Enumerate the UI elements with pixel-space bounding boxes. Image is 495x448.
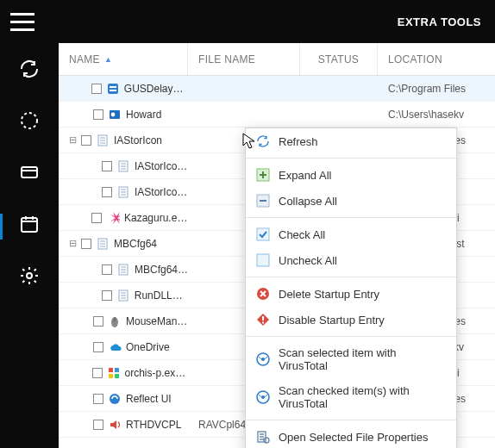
- col-file[interactable]: FILE NAME: [188, 43, 300, 75]
- svg-rect-4: [108, 84, 118, 94]
- item-name-label: RunDLL3…: [135, 289, 188, 302]
- ctx-refresh-label: Refresh: [279, 135, 318, 148]
- row-checkbox[interactable]: [102, 187, 112, 197]
- item-name-label: GUSDelaySt…: [124, 83, 188, 95]
- ctx-virustotal-checked[interactable]: Scan checked item(s) with VirusTotal: [246, 378, 456, 416]
- item-name-label: MouseMan…: [126, 315, 187, 327]
- svg-rect-5: [110, 86, 116, 88]
- col-status-label: STATUS: [318, 53, 359, 65]
- dashed-cycle-icon[interactable]: [19, 110, 40, 131]
- cell-name: Reflect UI: [59, 392, 188, 406]
- doc-icon: [96, 134, 110, 147]
- ctx-check-all[interactable]: Check All: [246, 221, 456, 247]
- row-checkbox[interactable]: [93, 420, 103, 430]
- svg-point-8: [111, 112, 116, 116]
- row-checkbox[interactable]: [81, 239, 91, 249]
- ctx-refresh[interactable]: Refresh: [246, 128, 456, 154]
- row-checkbox[interactable]: [81, 135, 91, 146]
- doc-icon: [96, 237, 110, 251]
- cell-location: C:\Users\hasekv: [378, 109, 495, 121]
- svg-rect-25: [257, 254, 269, 266]
- table-row[interactable]: GUSDelaySt…C:\Program Files: [59, 76, 495, 102]
- doc-icon: [116, 263, 130, 277]
- cell-name: IAStorIco…: [59, 185, 188, 199]
- table-row[interactable]: HowardC:\Users\hasekv: [59, 102, 495, 128]
- ctx-virustotal-selected[interactable]: Scan selected item with VirusTotal: [246, 340, 456, 378]
- row-checkbox[interactable]: [93, 342, 103, 352]
- svg-rect-1: [22, 167, 37, 177]
- row-checkbox[interactable]: [93, 316, 103, 327]
- tree-toggle-icon[interactable]: ⊟: [68, 238, 77, 249]
- virustotal-icon: [256, 390, 270, 404]
- ctx-separator: [246, 158, 456, 159]
- column-header-row: NAME ▲ FILE NAME STATUS LOCATION: [59, 43, 495, 76]
- cell-name: ⊟IAStorIcon: [59, 134, 188, 147]
- row-checkbox[interactable]: [102, 290, 112, 301]
- ctx-file-properties[interactable]: Open Selected File Properties: [246, 424, 456, 448]
- col-name[interactable]: NAME ▲: [59, 43, 188, 75]
- top-bar: EXTRA TOOLS: [0, 0, 495, 43]
- ctx-vtchk-label: Scan checked item(s) with VirusTotal: [279, 384, 446, 410]
- menu-hamburger-icon[interactable]: [10, 6, 41, 37]
- svg-point-21: [110, 394, 120, 404]
- svg-point-3: [27, 273, 32, 278]
- ctx-separator: [246, 217, 456, 218]
- page-title: EXTRA TOOLS: [398, 16, 481, 28]
- ctx-delete-entry[interactable]: Delete Startup Entry: [246, 281, 456, 307]
- row-checkbox[interactable]: [102, 264, 112, 275]
- ctx-collapse-label: Collapse All: [279, 195, 337, 208]
- item-name-label: Reflect UI: [126, 393, 172, 405]
- sidebar: [0, 43, 59, 448]
- svg-point-31: [261, 358, 265, 361]
- reflect-icon: [108, 392, 122, 406]
- tree-toggle-icon[interactable]: ⊟: [68, 134, 77, 146]
- svg-rect-20: [115, 374, 119, 378]
- outlook-icon: [108, 108, 122, 121]
- delete-icon: [256, 287, 270, 301]
- ctx-collapse-all[interactable]: Collapse All: [246, 188, 456, 214]
- cell-location: C:\Program Files: [378, 83, 495, 95]
- uncheck-icon: [256, 253, 270, 267]
- item-name-label: MBCfg64…: [135, 264, 188, 276]
- row-checkbox[interactable]: [93, 394, 103, 404]
- cell-name: orchis-p.exe…: [59, 366, 188, 380]
- cell-name: RTHDVCPL: [59, 418, 188, 432]
- row-checkbox[interactable]: [102, 161, 112, 171]
- disable-icon: [256, 313, 270, 327]
- svg-rect-17: [109, 368, 113, 372]
- ctx-disable-entry[interactable]: Disable Startup Entry: [246, 307, 456, 333]
- svg-rect-2: [22, 218, 37, 232]
- cell-name: ⊟MBCfg64: [59, 237, 188, 251]
- refresh-icon: [256, 134, 270, 148]
- cell-name: IAStorIco…: [59, 159, 188, 173]
- startup-list-icon[interactable]: [19, 162, 40, 183]
- ctx-expand-all[interactable]: Expand All: [246, 162, 456, 188]
- doc-icon: [116, 185, 130, 199]
- row-checkbox[interactable]: [91, 84, 102, 94]
- col-status[interactable]: STATUS: [300, 43, 378, 75]
- sidebar-selection-indicator: [0, 214, 3, 240]
- cell-name: MBCfg64…: [59, 263, 188, 277]
- collapse-icon: [256, 194, 270, 208]
- svg-rect-16: [115, 317, 116, 321]
- calendar-icon[interactable]: [19, 214, 40, 234]
- ctx-uncheck-all[interactable]: Uncheck All: [246, 247, 456, 273]
- ctx-check-label: Check All: [279, 228, 325, 241]
- row-checkbox[interactable]: [93, 109, 103, 120]
- ctx-disable-label: Disable Startup Entry: [279, 314, 385, 327]
- svg-rect-6: [110, 90, 116, 91]
- col-file-label: FILE NAME: [198, 53, 255, 65]
- col-location[interactable]: LOCATION: [378, 43, 495, 75]
- gear-icon[interactable]: [19, 265, 40, 286]
- refresh-cycle-icon[interactable]: [19, 59, 40, 79]
- doc-icon: [116, 159, 130, 173]
- cell-name: Kazaguru.ex…: [59, 211, 188, 225]
- row-checkbox[interactable]: [92, 368, 103, 378]
- svg-rect-28: [262, 316, 264, 320]
- ctx-expand-label: Expand All: [279, 169, 331, 182]
- cell-name: GUSDelaySt…: [59, 82, 188, 96]
- svg-rect-19: [109, 374, 113, 378]
- svg-rect-18: [115, 368, 119, 372]
- ctx-delete-label: Delete Startup Entry: [279, 288, 379, 301]
- row-checkbox[interactable]: [91, 213, 102, 223]
